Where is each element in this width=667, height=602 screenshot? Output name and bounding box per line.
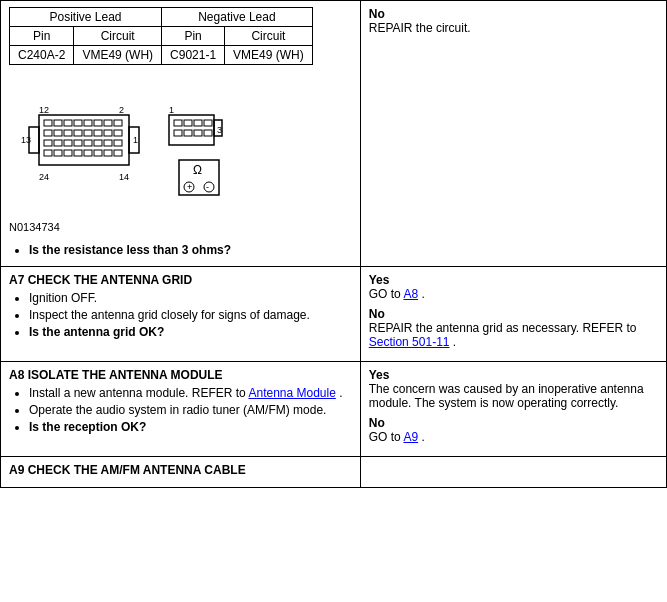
yes-label-a8: Yes bbox=[369, 368, 390, 382]
no-block-1: No REPAIR the circuit. bbox=[369, 7, 658, 35]
svg-rect-22 bbox=[94, 140, 102, 146]
diagram-label: N0134734 bbox=[9, 221, 60, 233]
step-list-a8: Install a new antenna module. REFER to A… bbox=[29, 386, 352, 434]
svg-rect-9 bbox=[44, 130, 52, 136]
neg-circuit-value: VME49 (WH) bbox=[225, 46, 313, 65]
svg-rect-19 bbox=[64, 140, 72, 146]
svg-rect-12 bbox=[74, 130, 82, 136]
antenna-module-link[interactable]: Antenna Module bbox=[248, 386, 335, 400]
a8-link[interactable]: A8 bbox=[403, 287, 418, 301]
svg-rect-3 bbox=[64, 120, 72, 126]
svg-rect-21 bbox=[84, 140, 92, 146]
svg-rect-13 bbox=[84, 130, 92, 136]
section-a9-title: A9 CHECK THE AM/FM ANTENNA CABLE bbox=[9, 463, 352, 477]
positive-lead-header: Positive Lead bbox=[10, 8, 162, 27]
right-cell-a8: Yes The concern was caused by an inopera… bbox=[360, 362, 666, 457]
left-cell-a8: A8 ISOLATE THE ANTENNA MODULE Install a … bbox=[1, 362, 361, 457]
no-block-a7: No REPAIR the antenna grid as necessary.… bbox=[369, 307, 658, 349]
left-cell-a9: A9 CHECK THE AM/FM ANTENNA CABLE bbox=[1, 457, 361, 488]
section-501-11-link[interactable]: Section 501-11 bbox=[369, 335, 450, 349]
yes-label-a7: Yes bbox=[369, 273, 390, 287]
svg-text:3: 3 bbox=[217, 125, 222, 135]
svg-rect-5 bbox=[84, 120, 92, 126]
pos-circuit-value: VME49 (WH) bbox=[74, 46, 162, 65]
svg-rect-17 bbox=[44, 140, 52, 146]
yes-block-a8: Yes The concern was caused by an inopera… bbox=[369, 368, 658, 410]
left-cell-pins: Positive Lead Negative Lead Pin Circuit … bbox=[1, 1, 361, 267]
right-cell-a9 bbox=[360, 457, 666, 488]
svg-text:+: + bbox=[187, 182, 192, 192]
no-text-a7: REPAIR the antenna grid as necessary. RE… bbox=[369, 321, 637, 349]
svg-text:Ω: Ω bbox=[193, 163, 202, 177]
right-cell-1: No REPAIR the circuit. bbox=[360, 1, 666, 267]
svg-text:2: 2 bbox=[119, 105, 124, 115]
svg-rect-31 bbox=[104, 150, 112, 156]
svg-text:12: 12 bbox=[39, 105, 49, 115]
svg-rect-26 bbox=[54, 150, 62, 156]
svg-text:13: 13 bbox=[21, 135, 31, 145]
svg-rect-42 bbox=[174, 120, 182, 126]
svg-rect-7 bbox=[104, 120, 112, 126]
svg-rect-24 bbox=[114, 140, 122, 146]
svg-rect-48 bbox=[194, 130, 202, 136]
svg-rect-28 bbox=[74, 150, 82, 156]
svg-text:1: 1 bbox=[133, 135, 138, 145]
svg-text:24: 24 bbox=[39, 172, 49, 182]
a8-step-2: Operate the audio system in radio tuner … bbox=[29, 403, 352, 417]
connector-svg: 12 2 13 1 24 14 bbox=[9, 75, 279, 215]
svg-rect-20 bbox=[74, 140, 82, 146]
no-text-1: REPAIR the circuit. bbox=[369, 21, 471, 35]
svg-text:-: - bbox=[206, 182, 209, 192]
a9-link[interactable]: A9 bbox=[403, 430, 418, 444]
svg-text:1: 1 bbox=[169, 105, 174, 115]
step-list-a7: Ignition OFF. Inspect the antenna grid c… bbox=[29, 291, 352, 339]
svg-rect-18 bbox=[54, 140, 62, 146]
svg-rect-49 bbox=[204, 130, 212, 136]
svg-rect-47 bbox=[184, 130, 192, 136]
left-cell-a7: A7 CHECK THE ANTENNA GRID Ignition OFF. … bbox=[1, 267, 361, 362]
circuit-col-pos: Circuit bbox=[74, 27, 162, 46]
svg-rect-23 bbox=[104, 140, 112, 146]
pos-pin-value: C240A-2 bbox=[10, 46, 74, 65]
a7-step-3: Is the antenna grid OK? bbox=[29, 325, 352, 339]
svg-rect-32 bbox=[114, 150, 122, 156]
svg-rect-43 bbox=[184, 120, 192, 126]
svg-rect-29 bbox=[84, 150, 92, 156]
svg-rect-44 bbox=[194, 120, 202, 126]
right-cell-a7: Yes GO to A8 . No REPAIR the antenna gri… bbox=[360, 267, 666, 362]
svg-rect-4 bbox=[74, 120, 82, 126]
svg-rect-45 bbox=[204, 120, 212, 126]
a7-step-2: Inspect the antenna grid closely for sig… bbox=[29, 308, 352, 322]
svg-text:14: 14 bbox=[119, 172, 129, 182]
yes-text-a7: GO to A8 . bbox=[369, 287, 425, 301]
pin-col-neg: Pin bbox=[162, 27, 225, 46]
connector-diagram: 12 2 13 1 24 14 bbox=[9, 75, 352, 233]
svg-rect-1 bbox=[44, 120, 52, 126]
svg-rect-10 bbox=[54, 130, 62, 136]
pin-table: Positive Lead Negative Lead Pin Circuit … bbox=[9, 7, 313, 65]
svg-rect-2 bbox=[54, 120, 62, 126]
no-block-a8: No GO to A9 . bbox=[369, 416, 658, 444]
svg-rect-27 bbox=[64, 150, 72, 156]
svg-rect-30 bbox=[94, 150, 102, 156]
section-a7-title: A7 CHECK THE ANTENNA GRID bbox=[9, 273, 352, 287]
svg-rect-6 bbox=[94, 120, 102, 126]
yes-text-a8: The concern was caused by an inoperative… bbox=[369, 382, 644, 410]
pin-col-pos: Pin bbox=[10, 27, 74, 46]
a8-step-3: Is the reception OK? bbox=[29, 420, 352, 434]
no-label-a7: No bbox=[369, 307, 385, 321]
circuit-col-neg: Circuit bbox=[225, 27, 313, 46]
no-label-1: No bbox=[369, 7, 385, 21]
svg-rect-46 bbox=[174, 130, 182, 136]
svg-rect-11 bbox=[64, 130, 72, 136]
svg-rect-14 bbox=[94, 130, 102, 136]
question-resistance: Is the resistance less than 3 ohms? bbox=[29, 243, 352, 257]
svg-rect-8 bbox=[114, 120, 122, 126]
svg-rect-25 bbox=[44, 150, 52, 156]
no-text-a8: GO to A9 . bbox=[369, 430, 425, 444]
svg-rect-15 bbox=[104, 130, 112, 136]
step-list-1: Is the resistance less than 3 ohms? bbox=[29, 243, 352, 257]
a7-step-1: Ignition OFF. bbox=[29, 291, 352, 305]
section-a8-title: A8 ISOLATE THE ANTENNA MODULE bbox=[9, 368, 352, 382]
neg-pin-value: C9021-1 bbox=[162, 46, 225, 65]
